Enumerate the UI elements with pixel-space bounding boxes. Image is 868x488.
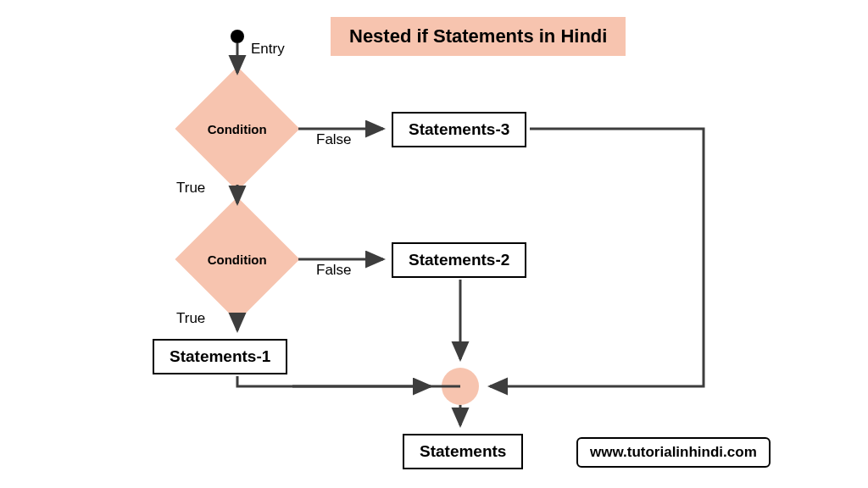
flowchart-arrows	[0, 0, 868, 488]
